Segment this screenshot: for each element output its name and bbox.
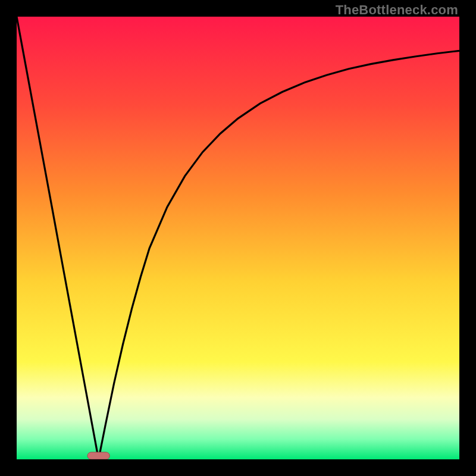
- svg-rect-1: [87, 452, 109, 459]
- chart-frame: TheBottleneck.com: [0, 0, 476, 476]
- plot-area: [17, 17, 459, 459]
- watermark-text: TheBottleneck.com: [336, 2, 458, 18]
- bottleneck-curve: [17, 17, 459, 459]
